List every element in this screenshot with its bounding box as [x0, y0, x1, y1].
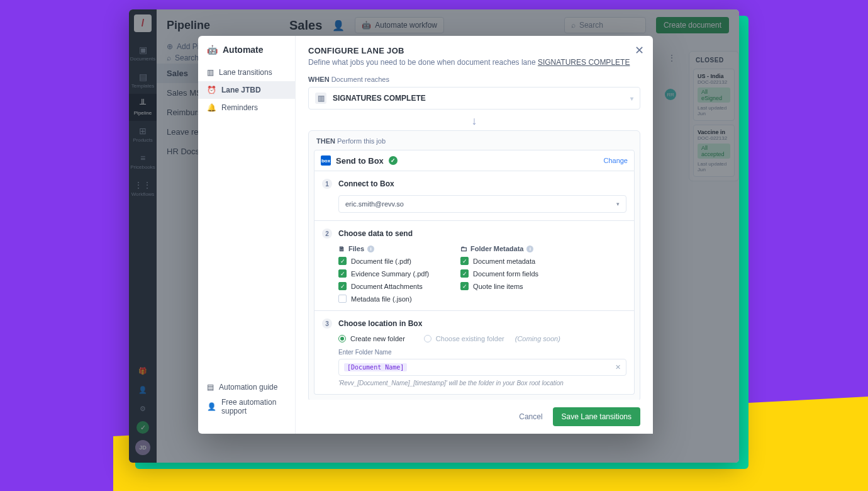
box-logo-icon: box	[321, 155, 331, 166]
clock-icon: ⏰	[207, 86, 216, 94]
checkbox-option[interactable]: ✓Evidence Summary (.pdf)	[338, 269, 429, 278]
automation-guide-link[interactable]: ▤Automation guide	[207, 380, 286, 395]
checkbox-option[interactable]: Metadata file (.json)	[338, 295, 429, 303]
bell-icon: 🔔	[207, 103, 216, 112]
modal-description: Define what jobs you need to be done whe…	[308, 58, 640, 67]
modal-footer: Cancel Save Lane tansitions	[296, 400, 653, 434]
modal-sidebar: 🤖Automate ▥Lane transitions ⏰Lane JTBD 🔔…	[198, 36, 296, 434]
folder-hint: 'Revv_[Document_Name]_[timestamp]' will …	[338, 380, 626, 387]
checkbox-option[interactable]: ✓Quote line items	[460, 282, 538, 290]
checkbox-option[interactable]: ✓Document Attachments	[338, 282, 429, 290]
info-icon[interactable]: i	[526, 246, 533, 252]
file-icon: 🗎	[338, 245, 345, 252]
app-window: / ▣Documents ▤Templates ╨Pipeline ⊞Produ…	[129, 9, 739, 463]
headset-icon: 👤	[207, 402, 216, 411]
folder-name-input[interactable]: [Document Name] ✕	[338, 359, 626, 376]
folder-name-label: Enter Folder Name	[338, 349, 626, 356]
lane-icon: ▥	[315, 93, 326, 104]
modal-body: ✕ CONFIGURE LANE JOB Define what jobs yo…	[296, 36, 653, 434]
close-button[interactable]: ✕	[635, 43, 644, 57]
variable-tag[interactable]: [Document Name]	[344, 363, 407, 371]
chevron-down-icon: ▾	[630, 95, 633, 102]
support-link[interactable]: 👤Free automation support	[207, 395, 286, 419]
folder-icon: 🗀	[460, 245, 467, 252]
radio-existing-folder: Choose existing folder (Coming soon)	[424, 335, 560, 342]
radio-create-folder[interactable]: Create new folder	[338, 335, 405, 342]
checkbox-option[interactable]: ✓Document form fields	[460, 269, 538, 278]
robot-icon: 🤖	[207, 45, 218, 55]
checkbox-option[interactable]: ✓Document metadata	[460, 257, 538, 265]
chevron-down-icon: ▾	[616, 201, 620, 207]
nav-reminders[interactable]: 🔔Reminders	[198, 99, 295, 116]
arrow-down-icon: ↓	[308, 110, 640, 130]
cancel-button[interactable]: Cancel	[519, 412, 542, 421]
save-button[interactable]: Save Lane tansitions	[553, 407, 640, 426]
book-icon: ▤	[207, 383, 214, 392]
change-link[interactable]: Change	[603, 157, 628, 164]
modal-heading: CONFIGURE LANE JOB	[308, 46, 640, 55]
nav-lane-jtbd[interactable]: ⏰Lane JTBD	[198, 81, 295, 99]
info-icon[interactable]: i	[367, 246, 374, 252]
columns-icon: ▥	[207, 68, 214, 77]
automate-modal: 🤖Automate ▥Lane transitions ⏰Lane JTBD 🔔…	[198, 36, 653, 434]
account-select[interactable]: eric.smith@revv.so▾	[338, 195, 626, 213]
job-header: box Send to Box ✓ Change	[314, 150, 635, 171]
checkbox-option[interactable]: ✓Document file (.pdf)	[338, 257, 429, 265]
clear-icon[interactable]: ✕	[615, 363, 621, 371]
check-icon: ✓	[389, 156, 398, 165]
nav-lane-transitions[interactable]: ▥Lane transitions	[198, 64, 295, 81]
lane-select[interactable]: ▥ SIGNATURES COMPLETE ▾	[308, 87, 640, 110]
